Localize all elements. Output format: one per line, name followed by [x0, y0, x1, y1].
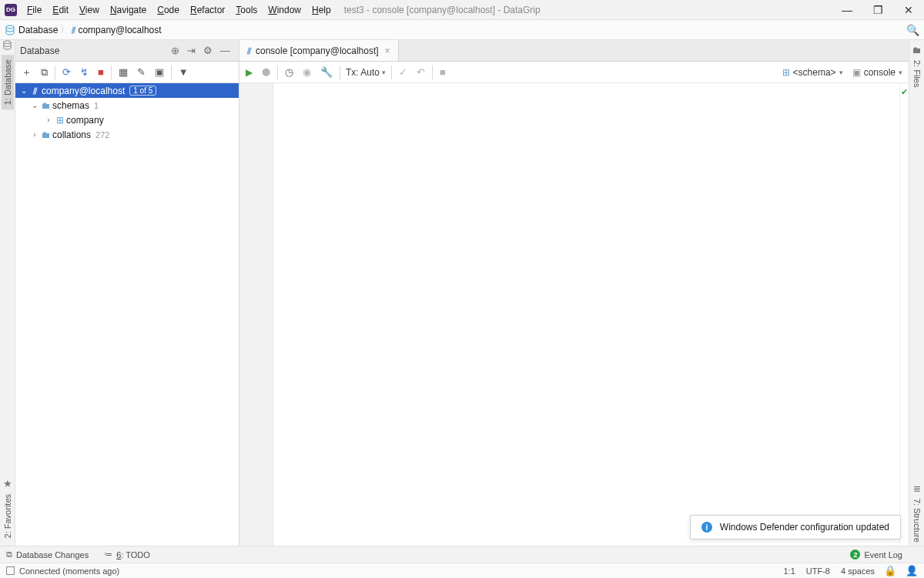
tab-structure-side[interactable]: 7: Structure — [912, 499, 922, 543]
tab-database-side[interactable]: 1: Database — [2, 55, 14, 109]
schema-dd-icon: ⊞ — [782, 67, 790, 78]
database-toolbar: ＋ ⧉ ⟳ ↯ ■ ▦ ✎ ▣ ▼ — [15, 62, 239, 83]
folder-icon: 🖿 — [40, 100, 52, 111]
notification-toast[interactable]: i Windows Defender configuration updated — [690, 515, 901, 539]
stop-icon[interactable]: ■ — [93, 64, 109, 80]
table-view-icon[interactable]: ▦ — [114, 64, 132, 80]
minimize-button[interactable]: — — [832, 0, 862, 20]
right-gutter: 🖿 2: Files ≣ 7: Structure — [909, 40, 924, 546]
expand-arrow-icon[interactable]: › — [43, 116, 54, 124]
editor-area: ⦀ console [company@localhost] × ▶ ⬢ ◷ ◉ … — [239, 40, 909, 546]
maximize-button[interactable]: ❐ — [862, 0, 893, 20]
schema-count-badge: 1 of 5 — [129, 86, 156, 96]
editor-tab-console[interactable]: ⦀ console [company@localhost] × — [239, 40, 399, 61]
edit-icon[interactable]: ✎ — [132, 64, 150, 80]
editor-tab-row: ⦀ console [company@localhost] × — [239, 40, 909, 62]
files-icon: 🖿 — [912, 45, 922, 55]
breadcrumb-current[interactable]: company@localhost — [78, 25, 161, 35]
file-encoding[interactable]: UTF-8 — [806, 566, 830, 576]
code-area[interactable] — [273, 83, 899, 546]
console-nav-icon[interactable]: ▣ — [150, 64, 169, 80]
schema-icon: ⊞ — [54, 115, 66, 126]
svg-point-0 — [6, 25, 14, 29]
database-icon — [5, 25, 15, 35]
menu-window[interactable]: Window — [263, 2, 306, 18]
tab-db-changes[interactable]: ⧉Database Changes — [6, 549, 89, 560]
tree-label: company — [66, 115, 104, 126]
duplicate-icon[interactable]: ⧉ — [36, 64, 52, 81]
menu-edit[interactable]: Edit — [47, 2, 74, 18]
datasource-icon: ⦀ — [28, 86, 43, 96]
tab-label: console [company@localhost] — [256, 45, 379, 56]
expand-arrow-icon[interactable]: › — [29, 130, 40, 139]
status-indicator-icon[interactable] — [6, 566, 15, 575]
database-tree: ⌄ ⦀ company@localhost 1 of 5 ⌄ 🖿 schemas… — [15, 83, 239, 546]
tab-todo[interactable]: ≔6: TODO — [104, 549, 150, 560]
menu-help[interactable]: Help — [306, 2, 336, 18]
editor-body[interactable]: ✔ — [239, 83, 909, 546]
tx-mode-dropdown[interactable]: Tx: Auto▾ — [343, 67, 389, 78]
menu-code[interactable]: Code — [152, 2, 185, 18]
sync-icon[interactable]: ↯ — [75, 64, 93, 80]
indent-setting[interactable]: 4 spaces — [841, 566, 875, 576]
database-panel: Database ⊕ ⇥ ⚙ — ＋ ⧉ ⟳ ↯ ■ ▦ ✎ ▣ ▼ ⌄ ⦀ c… — [15, 40, 239, 546]
breadcrumb-separator-icon: 〉 — [60, 23, 69, 36]
add-datasource-icon[interactable]: ＋ — [17, 63, 36, 82]
info-icon: i — [701, 522, 712, 533]
menu-view[interactable]: View — [74, 2, 105, 18]
bottom-tool-tabs: ⧉Database Changes ≔6: TODO 2Event Log — [0, 546, 924, 563]
svg-point-1 — [4, 41, 11, 44]
breadcrumb-bar: Database 〉 ⦀ company@localhost 🔍 — [0, 20, 924, 40]
status-bar: Connected (moments ago) 1:1 UTF-8 4 spac… — [0, 563, 924, 578]
caret-position[interactable]: 1:1 — [784, 566, 795, 576]
notification-text: Windows Defender configuration updated — [720, 522, 889, 533]
app-logo-icon — [5, 4, 17, 16]
event-count-badge: 2 — [850, 549, 860, 560]
history-icon[interactable]: ◷ — [280, 64, 298, 80]
search-everywhere-icon[interactable]: 🔍 — [906, 24, 919, 36]
close-button[interactable]: ✕ — [893, 0, 924, 20]
filter-icon[interactable]: ▼ — [174, 64, 193, 80]
tree-node-datasource[interactable]: ⌄ ⦀ company@localhost 1 of 5 — [15, 83, 239, 98]
title-bar: File Edit View Navigate Code Refactor To… — [0, 0, 924, 20]
expand-arrow-icon[interactable]: ⌄ — [29, 101, 40, 109]
schema-dropdown[interactable]: ⊞<schema>▾ — [778, 67, 848, 78]
window-title: test3 - console [company@localhost] - Da… — [344, 5, 541, 15]
locate-icon[interactable]: ⊕ — [167, 45, 183, 56]
close-tab-icon[interactable]: × — [385, 45, 390, 56]
hide-panel-icon[interactable]: — — [216, 45, 234, 56]
menu-refactor[interactable]: Refactor — [185, 2, 230, 18]
left-gutter: 1: Database ★ 2: Favorites — [0, 40, 15, 546]
rollback-icon[interactable]: ↶ — [412, 64, 430, 80]
commit-icon[interactable]: ✓ — [394, 64, 412, 80]
structure-icon: ≣ — [913, 483, 921, 494]
tab-favorites-side[interactable]: 2: Favorites — [3, 494, 12, 538]
inspector-icon[interactable]: 👤 — [906, 565, 918, 576]
wrench-icon[interactable]: 🔧 — [316, 64, 337, 80]
connection-status: Connected (moments ago) — [19, 566, 119, 576]
breadcrumb-root[interactable]: Database — [18, 25, 58, 35]
explain-icon[interactable]: ◉ — [298, 64, 316, 80]
cancel-query-icon[interactable]: ■ — [435, 64, 450, 80]
tree-node-company[interactable]: › ⊞ company — [15, 113, 239, 127]
settings-icon[interactable]: ⚙ — [199, 45, 216, 56]
debug-icon[interactable]: ⬢ — [257, 64, 275, 80]
collapse-icon[interactable]: ⇥ — [183, 45, 199, 56]
lock-icon[interactable]: 🔒 — [884, 565, 896, 576]
console-dropdown[interactable]: ▣console▾ — [848, 67, 907, 78]
menu-navigate[interactable]: Navigate — [105, 2, 152, 18]
run-icon[interactable]: ▶ — [241, 65, 257, 80]
database-stack-icon — [2, 40, 12, 50]
tab-files-side[interactable]: 2: Files — [912, 60, 922, 87]
tree-label: schemas — [52, 100, 89, 111]
tab-event-log[interactable]: 2Event Log — [850, 549, 902, 560]
menu-tools[interactable]: Tools — [230, 2, 263, 18]
main-menu: File Edit View Navigate Code Refactor To… — [22, 2, 336, 18]
menu-file[interactable]: File — [22, 2, 47, 18]
query-icon: ⦀ — [246, 45, 253, 56]
tree-node-collations[interactable]: › 🖿 collations 272 — [15, 127, 239, 142]
tree-node-schemas[interactable]: ⌄ 🖿 schemas 1 — [15, 98, 239, 113]
refresh-icon[interactable]: ⟳ — [58, 64, 75, 80]
todo-icon: ≔ — [104, 549, 112, 560]
tree-label: company@localhost — [42, 86, 125, 96]
